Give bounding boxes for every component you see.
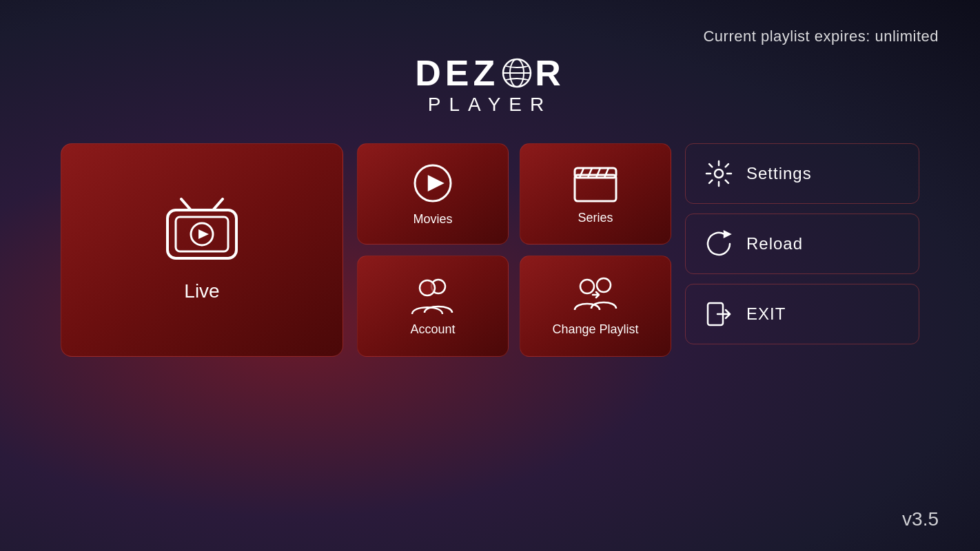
movies-button[interactable]: Movies: [357, 143, 509, 245]
svg-marker-22: [724, 231, 730, 237]
svg-marker-10: [429, 176, 442, 190]
tv-icon: [161, 198, 243, 269]
change-playlist-label: Change Playlist: [552, 322, 638, 337]
middle-row-1: Movies Series: [357, 143, 671, 245]
series-button[interactable]: Series: [520, 143, 671, 245]
series-icon: [571, 163, 620, 204]
movies-icon: [411, 161, 455, 205]
col-middle: Movies Series: [357, 143, 671, 357]
live-button[interactable]: Live: [61, 143, 343, 357]
account-label: Account: [410, 322, 455, 337]
exit-label: EXIT: [746, 304, 786, 324]
version-text: v3.5: [902, 508, 939, 530]
svg-line-3: [181, 199, 191, 210]
svg-point-20: [597, 278, 611, 292]
col-right: Settings Reload: [685, 143, 919, 344]
logo-area: DEZ R PLAYER: [0, 0, 980, 116]
change-playlist-button[interactable]: Change Playlist: [520, 256, 671, 357]
live-label: Live: [184, 280, 219, 302]
change-playlist-icon: [572, 276, 619, 315]
settings-icon: [705, 160, 733, 187]
col-left: Live: [61, 143, 343, 357]
globe-icon: [500, 56, 533, 90]
account-button[interactable]: Account: [357, 256, 509, 357]
svg-line-4: [213, 199, 223, 210]
movies-label: Movies: [413, 212, 452, 227]
reload-label: Reload: [746, 234, 803, 253]
svg-point-19: [580, 280, 594, 293]
account-icon: [409, 276, 456, 315]
svg-rect-11: [575, 175, 616, 201]
svg-line-15: [596, 168, 600, 178]
reload-button[interactable]: Reload: [685, 214, 919, 274]
svg-point-21: [715, 169, 723, 178]
svg-marker-8: [198, 229, 209, 239]
exit-icon: [705, 300, 733, 328]
settings-button[interactable]: Settings: [685, 143, 919, 204]
svg-line-13: [580, 168, 584, 178]
svg-line-14: [588, 168, 592, 178]
settings-label: Settings: [746, 164, 812, 183]
logo-sub: PLAYER: [0, 94, 980, 116]
svg-line-16: [604, 168, 609, 178]
exit-button[interactable]: EXIT: [685, 284, 919, 344]
svg-point-18: [420, 280, 435, 295]
reload-icon: [705, 230, 733, 258]
middle-row-2: Account: [357, 256, 671, 357]
playlist-info: Current playlist expires: unlimited: [703, 28, 939, 45]
main-grid: Live Movies: [0, 143, 980, 357]
series-label: Series: [578, 211, 613, 225]
logo-name: DEZ R: [0, 55, 980, 91]
